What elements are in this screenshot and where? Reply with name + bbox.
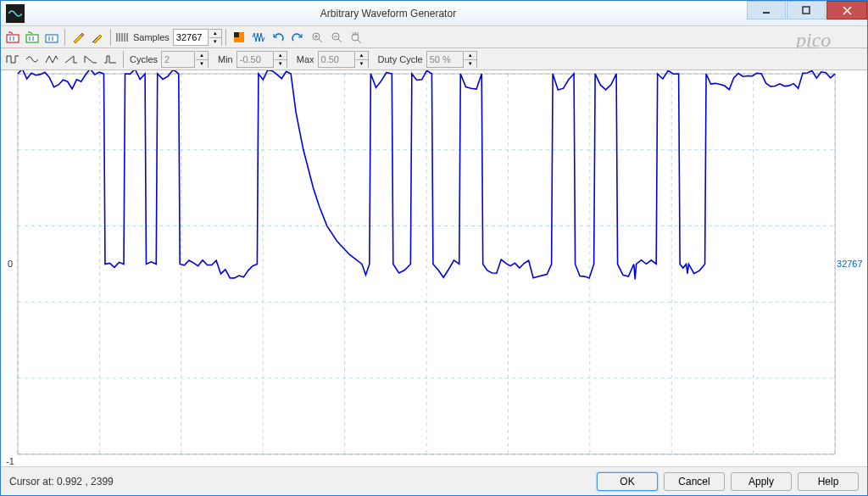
- import-csv-icon[interactable]: [3, 28, 22, 47]
- redo-icon[interactable]: [288, 28, 307, 47]
- toolbar-waveshapes: Cycles ▲▼ Min ▲▼ Max ▲▼ Duty Cycle ▲▼: [1, 48, 867, 70]
- svg-rect-18: [234, 32, 239, 37]
- ramp-up-icon[interactable]: [62, 50, 81, 69]
- sine-wave-icon[interactable]: [23, 50, 42, 69]
- waveform-plot[interactable]: 0-132767: [4, 70, 864, 466]
- app-window: Arbitrary Waveform Generator Samples ▲▼ …: [0, 0, 868, 496]
- svg-text:32767: 32767: [837, 259, 862, 269]
- import-channel-icon[interactable]: [42, 28, 61, 47]
- ramp-down-icon[interactable]: [81, 50, 100, 69]
- undo-icon[interactable]: [269, 28, 287, 47]
- samples-input[interactable]: [173, 29, 209, 46]
- pulse-wave-icon[interactable]: [101, 50, 120, 69]
- separator: [225, 29, 226, 46]
- svg-text:100: 100: [352, 31, 359, 36]
- min-spinner[interactable]: ▲▼: [275, 51, 287, 68]
- normalize-icon[interactable]: [249, 28, 268, 47]
- app-icon: [6, 4, 25, 23]
- svg-line-20: [319, 39, 322, 42]
- duty-label: Duty Cycle: [376, 54, 426, 64]
- maximize-button[interactable]: [787, 1, 826, 20]
- separator: [110, 29, 111, 46]
- triangle-wave-icon[interactable]: [42, 50, 61, 69]
- samples-label: Samples: [131, 32, 172, 42]
- svg-text:-1: -1: [6, 456, 14, 466]
- min-label: Min: [215, 54, 236, 64]
- draw-freehand-icon[interactable]: [69, 28, 87, 47]
- min-input: [236, 51, 274, 68]
- svg-line-27: [358, 40, 361, 43]
- minimize-button[interactable]: [747, 1, 786, 20]
- duty-spinner[interactable]: ▲▼: [465, 51, 477, 68]
- ok-button[interactable]: OK: [597, 472, 658, 491]
- svg-rect-1: [803, 7, 810, 14]
- clear-icon[interactable]: [230, 28, 248, 47]
- cycles-spinner[interactable]: ▲▼: [196, 51, 209, 68]
- cycles-label: Cycles: [127, 54, 160, 64]
- svg-text:0: 0: [8, 259, 13, 269]
- svg-line-24: [338, 39, 342, 42]
- duty-input: [426, 51, 464, 68]
- cancel-button[interactable]: Cancel: [664, 472, 725, 491]
- status-bar: Cursor at: 0.992 , 2399 OK Cancel Apply …: [1, 466, 867, 495]
- cycles-input: [161, 51, 195, 68]
- max-label: Max: [294, 54, 317, 64]
- toolbar-primary: Samples ▲▼ 100 picoTechnology: [1, 26, 867, 48]
- zoom-fit-icon[interactable]: 100: [347, 28, 365, 47]
- svg-rect-8: [46, 35, 58, 42]
- window-controls: [747, 1, 867, 25]
- square-wave-icon[interactable]: [3, 50, 22, 69]
- svg-rect-2: [7, 35, 19, 42]
- max-input: [318, 51, 355, 68]
- separator: [123, 51, 124, 68]
- zoom-out-icon[interactable]: [327, 28, 346, 47]
- help-button[interactable]: Help: [798, 472, 859, 491]
- titlebar: Arbitrary Waveform Generator: [1, 1, 867, 26]
- apply-button[interactable]: Apply: [731, 472, 792, 491]
- draw-line-icon[interactable]: [88, 28, 107, 47]
- separator: [64, 29, 65, 46]
- close-button[interactable]: [826, 1, 867, 20]
- max-spinner[interactable]: ▲▼: [356, 51, 369, 68]
- zoom-in-icon[interactable]: [308, 28, 326, 47]
- samples-mode-icon[interactable]: [114, 28, 130, 47]
- window-title: Arbitrary Waveform Generator: [30, 8, 747, 20]
- export-csv-icon[interactable]: [23, 28, 42, 47]
- svg-rect-5: [26, 35, 38, 42]
- samples-spinner[interactable]: ▲▼: [209, 29, 222, 46]
- cursor-status: Cursor at: 0.992 , 2399: [9, 476, 591, 488]
